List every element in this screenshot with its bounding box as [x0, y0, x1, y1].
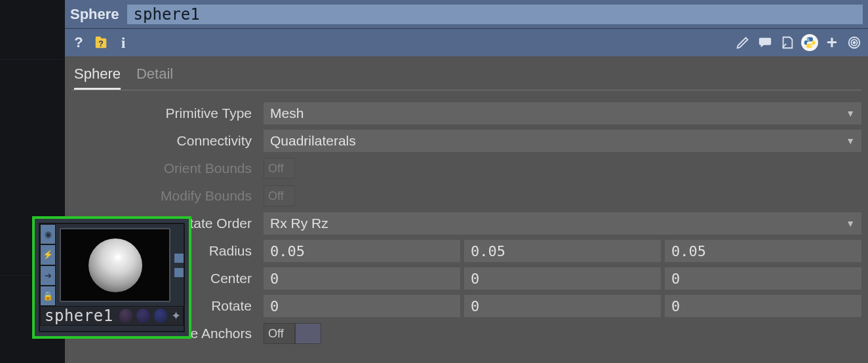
- node-inner: ◉ ⚡ ➔ 🔒 sphere1: [39, 223, 185, 332]
- toggle-reverse-anchors[interactable]: Off: [264, 323, 321, 344]
- input-radius-x[interactable]: [264, 240, 460, 262]
- python-icon[interactable]: [801, 34, 818, 51]
- info-icon[interactable]: i: [115, 34, 132, 51]
- select-connectivity[interactable]: Quadrilaterals▼: [264, 130, 861, 152]
- chevron-down-icon: ▼: [846, 218, 855, 229]
- select-rotate-order[interactable]: Rx Ry Rz▼: [264, 212, 861, 235]
- node-star-icon[interactable]: ✦: [169, 309, 183, 323]
- input-center-x[interactable]: [264, 267, 460, 290]
- panel-header: Sphere: [65, 0, 868, 29]
- toggle-reverse-anchors-value: Off: [264, 323, 295, 344]
- node-sphere[interactable]: ◉ ⚡ ➔ 🔒 sphere1: [32, 216, 191, 339]
- label-modify-bounds: Modify Bounds: [71, 188, 258, 204]
- node-dot-3[interactable]: [154, 309, 168, 323]
- node-flag-stack: ◉ ⚡ ➔ 🔒: [40, 224, 56, 306]
- toggle-reverse-anchors-handle: [295, 323, 321, 344]
- tab-detail[interactable]: Detail: [136, 66, 173, 90]
- node-dot-2[interactable]: [136, 309, 150, 323]
- toggle-modify-bounds: Off: [264, 185, 295, 206]
- tab-underline: [71, 90, 861, 90]
- input-radius-y[interactable]: [464, 240, 661, 262]
- select-connectivity-value: Quadrilaterals: [270, 133, 356, 149]
- node-preview: [60, 228, 170, 302]
- node-footer: sphere1 ✦: [40, 306, 184, 326]
- help-icon[interactable]: ?: [70, 34, 87, 51]
- svg-point-3: [808, 38, 809, 39]
- chevron-down-icon: ▼: [846, 108, 855, 119]
- node-display-flag[interactable]: [174, 254, 184, 263]
- node-label[interactable]: sphere1: [41, 307, 117, 325]
- network-viewport[interactable]: ◉ ⚡ ➔ 🔒 sphere1: [0, 0, 65, 363]
- input-rotate-x[interactable]: [264, 295, 460, 317]
- chevron-down-icon: ▼: [846, 136, 855, 146]
- svg-point-7: [854, 42, 856, 44]
- node-dot-1[interactable]: [119, 309, 133, 323]
- tab-sphere[interactable]: Sphere: [74, 66, 121, 90]
- svg-point-4: [811, 46, 812, 47]
- tab-bar: Sphere Detail: [71, 56, 861, 90]
- node-lock-flag[interactable]: 🔒: [40, 286, 56, 306]
- plus-icon[interactable]: +: [823, 34, 840, 51]
- select-primitive-type[interactable]: Mesh▼: [264, 102, 861, 124]
- select-primitive-type-value: Mesh: [270, 105, 304, 121]
- operator-type-label: Sphere: [70, 6, 119, 23]
- label-orient-bounds: Orient Bounds: [71, 161, 258, 176]
- sphere-thumbnail: [89, 239, 142, 292]
- operator-name-input[interactable]: [127, 5, 863, 24]
- target-icon[interactable]: [846, 34, 863, 51]
- input-radius-z[interactable]: [665, 240, 861, 262]
- help-file-icon[interactable]: ?: [92, 34, 109, 51]
- comment-icon[interactable]: [757, 34, 774, 51]
- node-cook-flag[interactable]: ◉: [40, 224, 56, 244]
- pencil-icon[interactable]: [734, 34, 751, 51]
- select-rotate-order-value: Rx Ry Rz: [270, 216, 328, 231]
- label-connectivity: Connectivity: [71, 133, 258, 149]
- panel-toolbar: ? ? i +: [65, 29, 868, 56]
- input-rotate-z[interactable]: [665, 295, 861, 317]
- input-rotate-y[interactable]: [464, 295, 661, 317]
- node-output-flag[interactable]: ➔: [40, 265, 56, 286]
- node-side-flags: [174, 224, 184, 306]
- input-center-z[interactable]: [665, 267, 861, 290]
- node-render-flag[interactable]: [174, 268, 184, 277]
- note-icon[interactable]: [779, 34, 796, 51]
- input-center-y[interactable]: [464, 267, 661, 290]
- label-primitive-type: Primitive Type: [71, 105, 258, 121]
- svg-text:?: ?: [98, 39, 104, 48]
- toggle-orient-bounds: Off: [264, 158, 295, 179]
- node-bypass-flag[interactable]: ⚡: [40, 244, 56, 265]
